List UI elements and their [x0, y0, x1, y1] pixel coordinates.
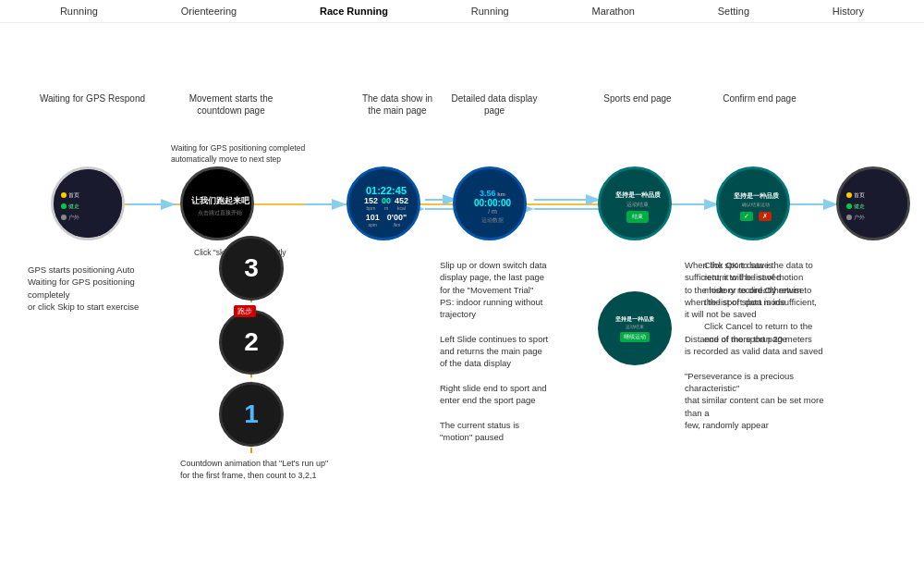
- watch-gps: 首页 健走 户外: [51, 166, 125, 240]
- watch-main: 01:22:45 152bpm 00m 452kcal 101spm 0'00"…: [346, 166, 420, 240]
- watch-detail: 3.56 km 00:00:00 / m 运动数据: [453, 166, 527, 240]
- stage6-desc: Click OK to save the data to return to t…: [704, 259, 852, 345]
- stage-countdown: 让我们跑起来吧 点击跳过直接开始: [180, 166, 254, 240]
- extra-watch-sports-end: 坚持是一种品质 运动结束 继续运动: [598, 291, 672, 365]
- stage-detail-data: 3.56 km 00:00:00 / m 运动数据: [453, 166, 527, 240]
- watch-face-countdown: 让我们跑起来吧 点击跳过直接开始: [183, 169, 254, 240]
- watch-face-gps: 首页 健走 户外: [54, 169, 125, 240]
- countdown-3: 3: [219, 236, 284, 301]
- stage5-label: Sports end page: [591, 92, 684, 105]
- stage1-desc: GPS starts positioning Auto Waiting for …: [28, 264, 166, 313]
- main-content: 首页 健走 户外 Waiting for GPS Respond GPS sta…: [0, 23, 924, 578]
- nav-running[interactable]: Running: [53, 4, 105, 18]
- red-label-running: 跑步: [234, 305, 256, 317]
- nav-running2[interactable]: Running: [464, 4, 517, 18]
- nav-orienteering[interactable]: Orienteering: [174, 4, 245, 18]
- stage-final: 首页 健走 户外: [836, 166, 910, 240]
- watch-face-confirm-end: 坚持是一种品质 确认结束运动 ✓ ✗: [719, 169, 790, 240]
- stage6-label: Confirm end page: [704, 92, 815, 105]
- watch-face-main: 01:22:45 152bpm 00m 452kcal 101spm 0'00"…: [349, 169, 420, 240]
- stage4-desc: Slip up or down switch data display page…: [440, 259, 578, 443]
- countdown-desc: Countdown animation that "Let's run up"f…: [180, 458, 342, 481]
- stage4-label: Detailed data displaypage: [444, 92, 545, 117]
- watch-face-detail: 3.56 km 00:00:00 / m 运动数据: [456, 169, 527, 240]
- nav-bar: Running Orienteering Race Running Runnin…: [0, 0, 924, 23]
- countdown-1: 1: [219, 382, 284, 447]
- countdown-2: 2: [219, 310, 284, 375]
- stage-main-data: 01:22:45 152bpm 00m 452kcal 101spm 0'00"…: [346, 166, 420, 240]
- stage2-top-desc: Waiting for GPS positioning completedaut…: [171, 143, 328, 166]
- watch-face-sports-end: 坚持是一种品质 运动结束 结束: [601, 169, 672, 240]
- watch-face-final: 首页 健走 户外: [839, 169, 910, 240]
- stage1-label: Waiting for GPS Respond: [37, 92, 148, 105]
- stage3-label: The data show inthe main page: [342, 92, 453, 117]
- watch-sports-end: 坚持是一种品质 运动结束 结束: [598, 166, 672, 240]
- nav-history[interactable]: History: [825, 4, 871, 18]
- stage-gps: 首页 健走 户外: [51, 166, 125, 240]
- watch-countdown: 让我们跑起来吧 点击跳过直接开始: [180, 166, 254, 240]
- stage2-label: Movement starts thecountdown page: [171, 92, 291, 117]
- watch-confirm-end: 坚持是一种品质 确认结束运动 ✓ ✗: [716, 166, 790, 240]
- nav-race-running[interactable]: Race Running: [312, 4, 395, 18]
- stage-confirm-end: 坚持是一种品质 确认结束运动 ✓ ✗: [716, 166, 790, 240]
- watch-final: 首页 健走 户外: [836, 166, 910, 240]
- stage-sports-end: 坚持是一种品质 运动结束 结束: [598, 166, 672, 240]
- nav-marathon[interactable]: Marathon: [584, 4, 641, 18]
- nav-setting[interactable]: Setting: [711, 4, 757, 18]
